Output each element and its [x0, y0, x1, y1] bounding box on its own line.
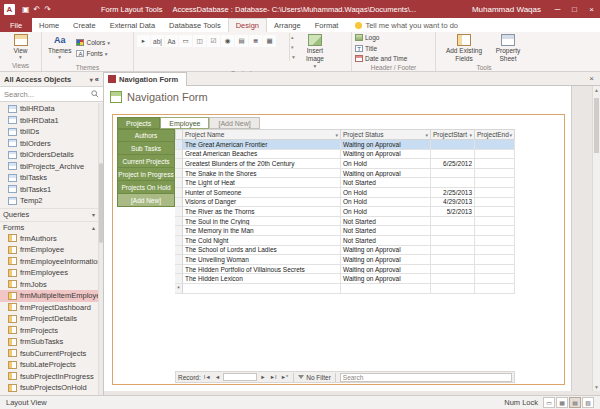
record-search-input[interactable]: Search: [340, 373, 512, 382]
close-button[interactable]: ×: [583, 0, 600, 18]
scrollbar-thumb[interactable]: [99, 163, 103, 243]
record-selector-header[interactable]: [175, 129, 183, 140]
table-row[interactable]: The Memory in the ManNot Started: [175, 226, 515, 236]
cell-project-end[interactable]: [475, 246, 515, 256]
textbox-icon[interactable]: ab|: [151, 35, 164, 47]
cell-project-end[interactable]: [475, 236, 515, 246]
navigation-pane-scrollbar[interactable]: [98, 103, 103, 395]
record-selector[interactable]: [175, 207, 183, 217]
cell-project-end[interactable]: [475, 150, 515, 160]
record-selector[interactable]: [175, 169, 183, 179]
cell-project-end[interactable]: [475, 274, 515, 284]
add-existing-fields-button[interactable]: Add Existing Fields: [441, 33, 487, 63]
gallery-more-icon[interactable]: ▼: [291, 54, 296, 60]
insert-image-button[interactable]: Insert Image ▾: [299, 33, 331, 69]
tab-control-icon[interactable]: ◫: [193, 35, 206, 47]
cell-project-name[interactable]: [183, 284, 341, 294]
nav-item-frmemployee[interactable]: frmEmployee: [0, 244, 103, 256]
new-record-button[interactable]: ►*: [280, 374, 290, 380]
column-header-projectstart[interactable]: ProjectStart▾: [431, 129, 475, 140]
table-row[interactable]: The Cold NightNot Started: [175, 236, 515, 246]
nav-tab-add-new[interactable]: [Add New]: [209, 117, 259, 129]
cell-project-status[interactable]: Waiting on Approval: [341, 265, 431, 275]
nav-tab-projects[interactable]: Projects: [117, 117, 160, 129]
cell-project-end[interactable]: [475, 140, 515, 150]
cell-project-start[interactable]: 2/25/2013: [431, 188, 475, 198]
ribbon-tab-external-data[interactable]: External Data: [103, 18, 162, 32]
record-selector[interactable]: [175, 140, 183, 150]
nav-item-frmauthors[interactable]: frmAuthors: [0, 233, 103, 245]
combo-box-icon[interactable]: ▤: [235, 35, 248, 47]
nav-item-frmsubtasks[interactable]: frmSubTasks: [0, 336, 103, 348]
cell-project-end[interactable]: [475, 255, 515, 265]
table-row[interactable]: The Unveiling WomanWaiting on Approval: [175, 255, 515, 265]
table-row[interactable]: The School of Lords and LadiesWaiting on…: [175, 246, 515, 256]
cell-project-status[interactable]: On Hold: [341, 159, 431, 169]
cell-project-status[interactable]: On Hold: [341, 198, 431, 208]
cell-project-status[interactable]: Not Started: [341, 236, 431, 246]
table-row[interactable]: The Hidden LexiconWaiting on Approval: [175, 274, 515, 284]
cell-project-name[interactable]: The Hidden Lexicon: [183, 274, 341, 284]
cell-project-end[interactable]: [475, 207, 515, 217]
user-name[interactable]: Muhammad Waqas: [472, 5, 541, 14]
cell-project-end[interactable]: [475, 198, 515, 208]
nav-button-projects-on-hold[interactable]: Projects On Hold: [117, 181, 175, 194]
nav-button-sub-tasks[interactable]: Sub Tasks: [117, 142, 175, 155]
nav-item-frmmultipleitememployee[interactable]: frmMultipleItemEmployee: [0, 290, 103, 302]
record-selector[interactable]: [175, 217, 183, 227]
cell-project-name[interactable]: The Great American Frontier: [183, 140, 341, 150]
cell-project-start[interactable]: 4/29/2013: [431, 198, 475, 208]
document-tab-navigation-form[interactable]: Navigation Form: [104, 72, 187, 86]
cell-project-name[interactable]: Great American Beaches: [183, 150, 341, 160]
label-icon[interactable]: Aa: [165, 35, 178, 47]
layout-view-icon[interactable]: ▤: [569, 397, 581, 408]
document-scrollbar[interactable]: ▲ ▼: [592, 86, 600, 391]
tell-me-box[interactable]: Tell me what you want to do: [345, 18, 458, 32]
cell-project-name[interactable]: The Light of Heat: [183, 178, 341, 188]
cell-project-name[interactable]: Visions of Danger: [183, 198, 341, 208]
record-selector[interactable]: [175, 255, 183, 265]
cell-project-start[interactable]: [431, 284, 475, 294]
table-row[interactable]: The Great American FrontierWaiting on Ap…: [175, 140, 515, 150]
cell-project-start[interactable]: [431, 246, 475, 256]
design-view-icon[interactable]: ▧: [582, 397, 594, 408]
cell-project-start[interactable]: [431, 236, 475, 246]
ribbon-tab-database-tools[interactable]: Database Tools: [162, 18, 228, 32]
colors-button[interactable]: Colors ▾: [76, 38, 110, 47]
shutter-bar-icon[interactable]: «: [95, 75, 99, 84]
cell-project-status[interactable]: Waiting on Approval: [341, 274, 431, 284]
table-row[interactable]: The Light of HeatNot Started: [175, 178, 515, 188]
cell-project-end[interactable]: [475, 284, 515, 294]
list-box-icon[interactable]: ≣: [249, 35, 262, 47]
table-row[interactable]: Greatest Blunders of the 20th CenturyOn …: [175, 159, 515, 169]
cell-project-name[interactable]: Hunter of Someone: [183, 188, 341, 198]
ribbon-tab-file[interactable]: File: [0, 18, 32, 32]
cell-project-status[interactable]: On Hold: [341, 207, 431, 217]
cell-project-name[interactable]: The Unveiling Woman: [183, 255, 341, 265]
minimize-button[interactable]: ─: [549, 0, 566, 18]
nav-item-temp2[interactable]: Temp2: [0, 195, 103, 207]
table-row[interactable]: Hunter of SomeoneOn Hold2/25/2013: [175, 188, 515, 198]
cell-project-name[interactable]: Greatest Blunders of the 20th Century: [183, 159, 341, 169]
record-selector[interactable]: [175, 274, 183, 284]
cell-project-end[interactable]: [475, 169, 515, 179]
date-time-button[interactable]: Date and Time: [355, 54, 407, 63]
cell-project-status[interactable]: [341, 284, 431, 294]
current-record-box[interactable]: [223, 373, 257, 381]
cell-project-status[interactable]: On Hold: [341, 188, 431, 198]
ribbon-tab-arrange[interactable]: Arrange: [267, 18, 308, 32]
nav-item-tblhrdata1[interactable]: tblHRData1: [0, 115, 103, 127]
nav-item-tbltasks1[interactable]: tblTasks1: [0, 184, 103, 196]
cell-project-status[interactable]: Not Started: [341, 217, 431, 227]
table-row[interactable]: The River as the ThornsOn Hold5/2/2013: [175, 207, 515, 217]
nav-group-forms[interactable]: Forms▴: [0, 221, 103, 233]
datasheet-view-icon[interactable]: ▦: [556, 397, 568, 408]
scrollbar-thumb[interactable]: [594, 98, 599, 153]
navigation-search[interactable]: Search...: [0, 87, 103, 102]
form-view-icon[interactable]: ▭: [543, 397, 555, 408]
fonts-button[interactable]: A Fonts ▾: [76, 49, 110, 58]
redo-icon[interactable]: ↷: [44, 5, 51, 14]
select-icon[interactable]: ▸: [137, 35, 150, 47]
cell-project-name[interactable]: The Snake in the Shores: [183, 169, 341, 179]
nav-item-tblids[interactable]: tblIDs: [0, 126, 103, 138]
